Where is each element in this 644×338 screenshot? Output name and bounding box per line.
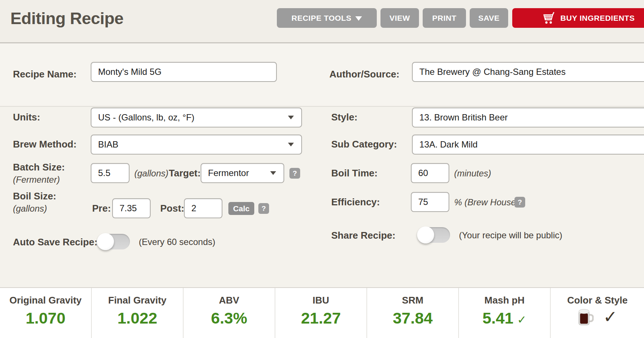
auto-save-hint: (Every 60 seconds) (139, 236, 215, 248)
stat-label: Final Gravity (92, 295, 183, 306)
dropdown-caret-icon (355, 16, 362, 21)
stat-mash-ph: Mash pH 5.41✓ (459, 288, 551, 338)
boil-size-label: Boil Size: (13, 190, 56, 202)
brew-method-value: BIAB (98, 139, 118, 150)
boil-time-unit: (minutes) (454, 168, 491, 179)
post-boil-field[interactable] (184, 198, 222, 218)
chevron-down-icon (288, 143, 294, 146)
auto-save-toggle[interactable] (97, 234, 130, 249)
stat-value: 6.3% (184, 309, 275, 327)
page-title: Editing Recipe (10, 9, 124, 28)
stat-label: Color & Style (551, 295, 644, 306)
units-value: US - (Gallons, lb, oz, °F) (98, 112, 194, 123)
recipe-settings-section: Units: US - (Gallons, lb, oz, °F) Style:… (0, 107, 644, 287)
share-recipe-label: Share Recipe: (331, 230, 395, 241)
toggle-knob (97, 233, 114, 250)
stat-value: 1.070 (0, 309, 91, 327)
batch-size-label: Batch Size: (13, 162, 65, 173)
stat-label: Original Gravity (0, 295, 91, 306)
brew-method-select[interactable]: BIAB (91, 135, 302, 155)
recipe-name-label: Recipe Name: (13, 69, 77, 80)
batch-size-unit: (gallons) (134, 168, 168, 179)
toggle-knob (417, 226, 434, 243)
recipe-editor-page: Editing Recipe RECIPE TOOLS VIEW PRINT S… (0, 0, 644, 338)
chevron-down-icon (270, 171, 276, 175)
boil-time-field[interactable] (411, 163, 449, 183)
style-value: 13. Brown British Beer (419, 112, 508, 123)
efficiency-unit: % (Brew House) (454, 197, 519, 208)
stat-value: 21.27 (275, 309, 366, 327)
chevron-down-icon (288, 116, 294, 119)
stat-srm: SRM 37.84 (367, 288, 459, 338)
style-select[interactable]: 13. Brown British Beer (412, 107, 644, 127)
cart-icon (541, 11, 556, 26)
boil-size-help-button[interactable]: ? (258, 203, 269, 214)
pre-boil-field[interactable] (112, 198, 151, 218)
target-label: Target: (169, 168, 201, 179)
boil-size-sublabel: (gallons) (13, 203, 47, 214)
recipe-name-section: Recipe Name: Author/Source: (0, 43, 644, 107)
sub-category-select[interactable]: 13A. Dark Mild (412, 135, 644, 155)
buy-ingredients-button[interactable]: BUY INGREDIENTS (512, 8, 644, 28)
buy-ingredients-label: BUY INGREDIENTS (560, 14, 635, 23)
author-source-field[interactable] (412, 62, 644, 82)
stat-final-gravity: Final Gravity 1.022 (92, 288, 184, 338)
boil-time-label: Boil Time: (331, 168, 378, 179)
stat-value: 5.41✓ (459, 309, 550, 327)
target-help-button[interactable]: ? (289, 168, 300, 179)
share-recipe-hint: (Your recipe will be public) (459, 230, 562, 241)
calc-button[interactable]: Calc (228, 202, 254, 215)
app-header: Editing Recipe RECIPE TOOLS VIEW PRINT S… (0, 0, 644, 43)
batch-size-sublabel: (Fermenter) (13, 174, 60, 185)
mash-ph-check-icon: ✓ (517, 314, 526, 326)
sub-category-value: 13A. Dark Mild (419, 139, 477, 150)
efficiency-help-button[interactable]: ? (514, 197, 525, 208)
units-select[interactable]: US - (Gallons, lb, oz, °F) (91, 107, 302, 127)
stat-label: SRM (367, 295, 458, 306)
pre-boil-label: Pre: (92, 203, 111, 214)
batch-size-field[interactable] (91, 163, 130, 183)
sub-category-label: Sub Category: (331, 139, 397, 150)
color-style-check-icon: ✓ (603, 308, 618, 325)
stat-abv: ABV 6.3% (184, 288, 275, 338)
stat-value: 1.022 (92, 309, 183, 327)
stat-ibu: IBU 21.27 (275, 288, 367, 338)
stat-label: IBU (275, 295, 366, 306)
beer-mug-icon (577, 308, 594, 326)
efficiency-field[interactable] (411, 192, 449, 212)
post-boil-label: Post: (160, 203, 184, 214)
efficiency-label: Efficiency: (331, 196, 380, 208)
stat-value: 37.84 (367, 309, 458, 327)
stat-color-style: Color & Style ✓ (551, 288, 644, 338)
recipe-tools-label: RECIPE TOOLS (292, 14, 352, 23)
recipe-tools-button[interactable]: RECIPE TOOLS (277, 8, 377, 28)
view-button[interactable]: VIEW (380, 8, 419, 28)
brew-method-label: Brew Method: (13, 139, 77, 150)
recipe-name-field[interactable] (91, 62, 277, 82)
save-button[interactable]: SAVE (470, 8, 508, 28)
print-button[interactable]: PRINT (423, 8, 466, 28)
units-label: Units: (13, 112, 40, 123)
auto-save-label: Auto Save Recipe: (13, 236, 97, 248)
stat-label: ABV (184, 295, 275, 306)
style-label: Style: (331, 112, 358, 123)
author-source-label: Author/Source: (329, 69, 399, 80)
stat-original-gravity: Original Gravity 1.070 (0, 288, 92, 338)
stat-label: Mash pH (459, 295, 550, 306)
target-value: Fermentor (208, 168, 249, 178)
share-recipe-toggle[interactable] (417, 227, 450, 243)
target-select[interactable]: Fermentor (201, 163, 284, 183)
stats-bar: Original Gravity 1.070 Final Gravity 1.0… (0, 287, 644, 338)
